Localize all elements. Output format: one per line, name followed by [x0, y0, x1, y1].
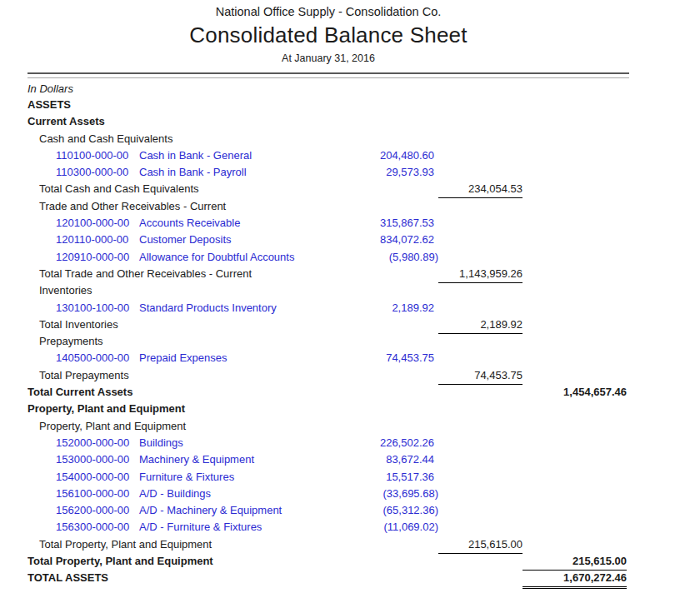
- account-amount-link[interactable]: 15,517.36: [338, 469, 438, 486]
- balance-sheet-body: ASSETS Current Assets Cash and Cash Equi…: [28, 97, 629, 587]
- subtotal-value: 215,615.00: [438, 536, 522, 554]
- account-name-link[interactable]: Buildings: [139, 436, 183, 449]
- account-amount-link[interactable]: 834,072.62: [338, 232, 438, 248]
- total-row: Total Property, Plant and Equipment 215,…: [28, 553, 629, 570]
- group-label: Trade and Other Receivables - Current: [28, 198, 438, 215]
- account-amount-link[interactable]: 315,867.53: [338, 215, 438, 232]
- group-row: Trade and Other Receivables - Current: [28, 198, 629, 215]
- account-name-link[interactable]: Standard Products Inventory: [139, 301, 277, 314]
- report-header: National Office Supply - Consolidation C…: [28, 5, 629, 65]
- account-label: 156300-000-00A/D - Furniture & Fixtures: [28, 519, 338, 536]
- account-label: 110100-000-00Cash in Bank - General: [28, 147, 338, 164]
- account-number-link[interactable]: 156100-000-00: [56, 486, 139, 502]
- account-label: 156200-000-00A/D - Machinery & Equipment: [28, 502, 338, 519]
- section-label: Current Assets: [28, 113, 438, 130]
- account-row: 140500-000-00Prepaid Expenses 74,453.75: [28, 350, 629, 366]
- account-row: 156200-000-00A/D - Machinery & Equipment…: [28, 502, 629, 519]
- account-amount-link[interactable]: 74,453.75: [338, 350, 438, 366]
- total-value: 1,454,657.46: [522, 384, 627, 401]
- subtotal-value: 2,189.92: [438, 316, 522, 334]
- account-number-link[interactable]: 120110-000-00: [56, 232, 139, 248]
- total-row: Total Current Assets 1,454,657.46: [28, 384, 629, 401]
- account-amount-link[interactable]: (65,312.36): [338, 502, 438, 519]
- grand-total-row: TOTAL ASSETS 1,670,272.46: [28, 570, 629, 586]
- group-label: Inventories: [28, 282, 438, 299]
- account-number-link[interactable]: 110100-000-00: [56, 147, 139, 164]
- section-row: Property, Plant and Equipment: [28, 401, 629, 417]
- group-row: Inventories: [28, 282, 629, 299]
- report-title: Consolidated Balance Sheet: [28, 22, 629, 48]
- account-row: 156100-000-00A/D - Buildings (33,695.68): [28, 486, 629, 502]
- account-number-link[interactable]: 154000-000-00: [56, 469, 139, 486]
- subtotal-row: Total Cash and Cash Equivalents 234,054.…: [28, 181, 629, 197]
- account-amount-link[interactable]: (5,980.89): [338, 249, 438, 266]
- account-row: 154000-000-00Furniture & Fixtures 15,517…: [28, 469, 629, 486]
- section-row: Current Assets: [28, 113, 629, 130]
- subtotal-value: 234,054.53: [438, 181, 522, 198]
- account-number-link[interactable]: 110300-000-00: [56, 164, 139, 181]
- account-row: 120100-000-00Accounts Receivable 315,867…: [28, 215, 629, 232]
- account-number-link[interactable]: 140500-000-00: [56, 350, 139, 366]
- company-name: National Office Supply - Consolidation C…: [28, 5, 629, 18]
- subtotal-label: Total Property, Plant and Equipment: [28, 536, 438, 554]
- account-number-link[interactable]: 156200-000-00: [56, 502, 139, 519]
- balance-sheet-report: National Office Supply - Consolidation C…: [0, 0, 700, 593]
- account-number-link[interactable]: 120910-000-00: [56, 249, 139, 266]
- total-label: Total Current Assets: [28, 384, 438, 401]
- account-name-link[interactable]: A/D - Machinery & Equipment: [139, 504, 282, 516]
- account-amount-link[interactable]: (33,695.68): [338, 486, 438, 502]
- account-label: 110300-000-00Cash in Bank - Payroll: [28, 164, 338, 181]
- account-row: 110100-000-00Cash in Bank - General 204,…: [28, 147, 629, 164]
- section-row: ASSETS: [28, 97, 629, 113]
- grand-total-value: 1,670,272.46: [522, 570, 627, 587]
- account-row: 152000-000-00Buildings 226,502.26: [28, 435, 629, 451]
- account-row: 120910-000-00Allowance for Doubtful Acco…: [28, 249, 629, 266]
- account-name-link[interactable]: Allowance for Doubtful Accounts: [139, 251, 294, 263]
- report-date: At January 31, 2016: [28, 52, 629, 65]
- total-value: 215,615.00: [522, 553, 627, 571]
- account-name-link[interactable]: Cash in Bank - General: [139, 149, 252, 162]
- account-label: 154000-000-00Furniture & Fixtures: [28, 469, 338, 486]
- subtotal-value: 1,143,959.26: [438, 266, 522, 283]
- group-row: Cash and Cash Equivalents: [28, 131, 629, 147]
- account-label: 120110-000-00Customer Deposits: [28, 232, 338, 248]
- account-amount-link[interactable]: 226,502.26: [338, 435, 438, 451]
- group-label: Property, Plant and Equipment: [28, 418, 438, 435]
- subtotal-row: Total Property, Plant and Equipment 215,…: [28, 536, 629, 553]
- grand-total-label: TOTAL ASSETS: [28, 570, 438, 587]
- account-label: 156100-000-00A/D - Buildings: [28, 486, 338, 502]
- account-label: 152000-000-00Buildings: [28, 435, 338, 451]
- account-number-link[interactable]: 156300-000-00: [56, 519, 139, 536]
- account-number-link[interactable]: 152000-000-00: [56, 435, 139, 451]
- group-row: Prepayments: [28, 333, 629, 350]
- account-name-link[interactable]: Prepaid Expenses: [139, 351, 228, 364]
- account-name-link[interactable]: Machinery & Equipment: [139, 453, 254, 466]
- subtotal-row: Total Inventories 2,189.92: [28, 316, 629, 333]
- account-amount-link[interactable]: 29,573.93: [338, 164, 438, 181]
- account-amount-link[interactable]: 83,672.44: [338, 451, 438, 468]
- total-label: Total Property, Plant and Equipment: [28, 553, 438, 571]
- account-name-link[interactable]: A/D - Buildings: [139, 487, 211, 500]
- section-label: Property, Plant and Equipment: [28, 401, 438, 417]
- account-label: 120910-000-00Allowance for Doubtful Acco…: [28, 249, 338, 266]
- account-amount-link[interactable]: (11,069.02): [338, 519, 438, 536]
- subtotal-label: Total Cash and Cash Equivalents: [28, 181, 438, 198]
- subtotal-value: 74,453.75: [438, 367, 522, 385]
- subtotal-label: Total Trade and Other Receivables - Curr…: [28, 266, 438, 283]
- account-amount-link[interactable]: 2,189.92: [338, 300, 438, 316]
- section-label: ASSETS: [28, 97, 438, 113]
- account-name-link[interactable]: Customer Deposits: [139, 233, 232, 246]
- account-name-link[interactable]: A/D - Furniture & Fixtures: [139, 521, 262, 533]
- account-name-link[interactable]: Accounts Receivable: [139, 217, 240, 229]
- subtotal-row: Total Trade and Other Receivables - Curr…: [28, 266, 629, 282]
- account-name-link[interactable]: Cash in Bank - Payroll: [139, 166, 247, 178]
- account-number-link[interactable]: 130100-100-00: [56, 300, 139, 316]
- account-row: 156300-000-00A/D - Furniture & Fixtures …: [28, 519, 629, 536]
- account-number-link[interactable]: 120100-000-00: [56, 215, 139, 232]
- account-row: 110300-000-00Cash in Bank - Payroll 29,5…: [28, 164, 629, 181]
- account-amount-link[interactable]: 204,480.60: [338, 147, 438, 164]
- currency-note: In Dollars: [28, 82, 700, 97]
- account-name-link[interactable]: Furniture & Fixtures: [139, 471, 234, 483]
- subtotal-label: Total Inventories: [28, 316, 438, 334]
- account-number-link[interactable]: 153000-000-00: [56, 451, 139, 468]
